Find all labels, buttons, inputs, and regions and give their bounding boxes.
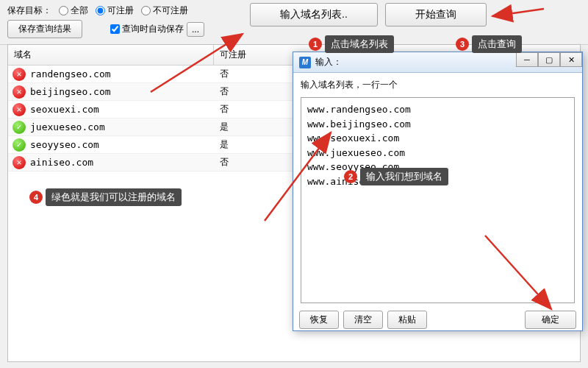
domain-cell: randengseo.com xyxy=(30,68,111,79)
clear-button[interactable]: 清空 xyxy=(343,311,383,329)
col-domain[interactable]: 域名 xyxy=(8,45,214,65)
cross-icon xyxy=(12,68,26,81)
auto-save-label: 查询时自动保存 xyxy=(122,23,184,35)
close-button[interactable]: ✕ xyxy=(560,52,582,67)
cross-icon xyxy=(12,85,26,99)
input-dialog: 输入： ─ ▢ ✕ 输入域名列表，一行一个 www.randengseo.com… xyxy=(293,52,583,331)
minimize-button[interactable]: ─ xyxy=(516,52,538,67)
restore-button[interactable]: 恢复 xyxy=(299,311,339,329)
radio-registerable[interactable]: 可注册 xyxy=(96,4,134,17)
app-icon xyxy=(299,57,311,68)
paste-button[interactable]: 粘贴 xyxy=(387,311,427,329)
domain-textarea[interactable]: www.randengseo.com www.beijingseo.com ww… xyxy=(301,97,575,303)
dialog-instruction: 输入域名列表，一行一个 xyxy=(293,73,582,94)
dialog-buttons: 恢复 清空 粘贴 确定 xyxy=(293,306,582,333)
ok-button[interactable]: 确定 xyxy=(525,311,576,329)
check-icon xyxy=(12,138,26,152)
start-query-button[interactable]: 开始查询 xyxy=(385,3,487,26)
input-domain-list-button[interactable]: 输入域名列表.. xyxy=(250,3,378,26)
ellipsis-button[interactable]: ... xyxy=(187,22,204,37)
radio-not-registerable[interactable]: 不可注册 xyxy=(141,4,188,17)
save-result-button[interactable]: 保存查询结果 xyxy=(7,20,82,38)
domain-cell: seoyyseo.com xyxy=(30,139,99,150)
cross-icon xyxy=(12,156,26,169)
auto-save-checkbox[interactable]: 查询时自动保存 xyxy=(110,23,184,35)
maximize-button[interactable]: ▢ xyxy=(538,52,560,67)
dialog-titlebar[interactable]: 输入： ─ ▢ ✕ xyxy=(293,52,582,73)
radio-registerable-label: 可注册 xyxy=(107,4,134,17)
cross-icon xyxy=(12,103,26,116)
domain-cell: juexueseo.com xyxy=(30,121,105,132)
radio-all-label: 全部 xyxy=(71,4,88,17)
radio-not-registerable-label: 不可注册 xyxy=(153,4,188,17)
top-buttons: 输入域名列表.. 开始查询 xyxy=(250,3,487,26)
dialog-title: 输入： xyxy=(315,56,342,68)
save-target-radio-group: 全部 可注册 不可注册 xyxy=(59,4,188,17)
check-icon xyxy=(12,121,26,134)
radio-all[interactable]: 全部 xyxy=(59,4,88,17)
domain-cell: seoxuexi.com xyxy=(30,104,99,115)
save-target-label: 保存目标： xyxy=(7,4,51,17)
domain-cell: beijingseo.com xyxy=(30,86,111,97)
domain-cell: ainiseo.com xyxy=(30,157,93,168)
